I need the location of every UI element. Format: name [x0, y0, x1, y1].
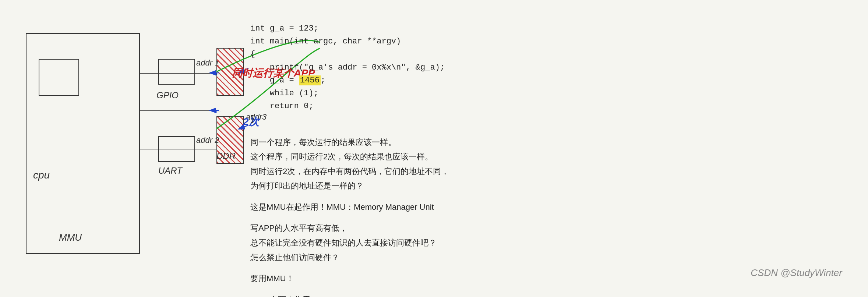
- code-text-8: }: [250, 114, 255, 124]
- watermark: CSDN @StudyWinter: [751, 267, 842, 279]
- para3-line1: 写APP的人水平有高有低，: [250, 221, 853, 236]
- addr2-label: addr 2: [196, 135, 219, 145]
- h-line-gpio: [140, 73, 217, 74]
- para2-block: 这是MMU在起作用！MMU：Memory Manager Unit: [250, 200, 853, 215]
- cpu-inner-box: [39, 59, 79, 96]
- main-container: cpu MMU GPIO addr 1 UART addr 2 DDR addr…: [0, 0, 868, 297]
- code-text-6: while (1);: [250, 89, 318, 98]
- diagram-section: cpu MMU GPIO addr 1 UART addr 2 DDR addr…: [15, 11, 228, 286]
- para1-line1: 同一个程序，每次运行的结果应该一样。: [250, 135, 853, 150]
- code-line-8: }: [250, 113, 853, 125]
- code-block: int g_a = 123; int main(int argc, char *…: [250, 22, 853, 126]
- code-line-1: int g_a = 123;: [250, 22, 853, 35]
- mmu-label: MMU: [59, 232, 82, 243]
- para2-text: 这是MMU在起作用！MMU：Memory Manager Unit: [250, 200, 853, 215]
- code-line-3: {: [250, 48, 853, 61]
- uart-label: UART: [158, 166, 182, 176]
- para3-line2: 总不能让完全没有硬件知识的人去直接访问硬件吧？: [250, 236, 853, 250]
- para3-block: 写APP的人水平有高有低， 总不能让完全没有硬件知识的人去直接访问硬件吧？ 怎么…: [250, 221, 853, 265]
- addr1-label: addr 1: [196, 58, 219, 68]
- para1-line2: 这个程序，同时运行2次，每次的结果也应该一样。: [250, 149, 853, 164]
- gpio-label: GPIO: [156, 90, 179, 100]
- code-line-7: return 0;: [250, 100, 853, 113]
- h-line-ddr: [140, 110, 217, 111]
- code-text-4: printf("g_a's addr = 0x%x\n", &g_a);: [250, 63, 445, 72]
- code-line-4: printf("g_a's addr = 0x%x\n", &g_a);: [250, 61, 853, 74]
- highlight-g-a: 1456: [299, 75, 321, 85]
- code-line-6: while (1);: [250, 87, 853, 100]
- para1-line4: 为何打印出的地址还是一样的？: [250, 178, 853, 193]
- code-text-7: return 0;: [250, 102, 314, 111]
- code-line-5: g_a = 1456;: [250, 74, 853, 87]
- para1-block: 同一个程序，每次运行的结果应该一样。 这个程序，同时运行2次，每次的结果也应该一…: [250, 135, 853, 193]
- para5-title: MMU有两大作用：: [250, 293, 853, 297]
- para1-line3: 同时运行2次，在内存中有两份代码，它们的地址不同，: [250, 164, 853, 179]
- code-text-3: {: [250, 50, 255, 59]
- code-line-2: int main(int argc, char **argv): [250, 35, 853, 48]
- code-text-2: int main(int argc, char **argv): [250, 37, 401, 46]
- blue-arrow-gpio: ←: [214, 68, 223, 79]
- code-text-1: int g_a = 123;: [250, 24, 318, 33]
- para5-block: MMU有两大作用： 1．地址映射：CPU发出同样的地址（虚拟地址），执行不同的A…: [250, 293, 853, 297]
- gpio-box: [158, 59, 195, 85]
- para3-line3: 怎么禁止他们访问硬件？: [250, 250, 853, 265]
- blue-arrow-ddr: ←: [214, 106, 223, 117]
- text-section: int g_a = 123; int main(int argc, char *…: [228, 11, 853, 286]
- cpu-label: cpu: [33, 169, 50, 181]
- h-line-uart: [140, 149, 217, 149]
